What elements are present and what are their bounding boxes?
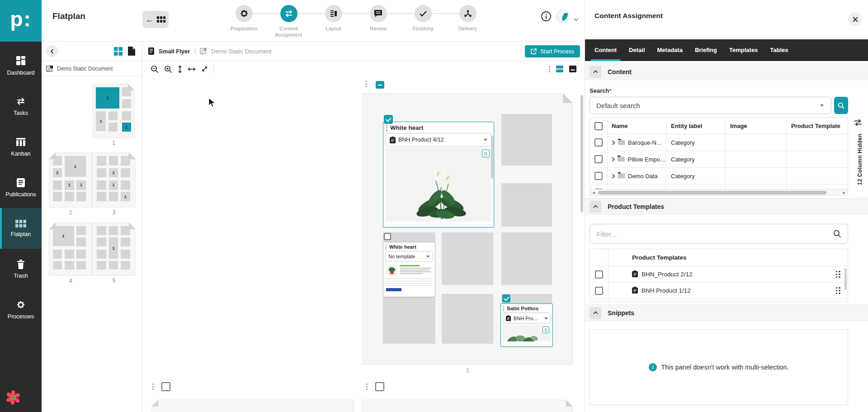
collapse-section-button[interactable] [590, 307, 601, 319]
close-panel-button[interactable] [848, 12, 862, 26]
breadcrumb-separator: | [194, 47, 196, 55]
count-badge: 0 [482, 150, 490, 157]
zoom-out-icon[interactable] [151, 65, 159, 73]
layout-icon [325, 5, 342, 22]
canvas-scrollbar[interactable] [580, 95, 583, 213]
row-checkbox[interactable] [595, 270, 603, 279]
step-layout[interactable]: Layout [311, 5, 356, 38]
template-select[interactable]: No template [385, 251, 433, 262]
document-title: Demo Static Document [57, 66, 113, 72]
sidebar-item-dashboard[interactable]: Dashboard [0, 45, 42, 86]
drag-handle[interactable] [836, 271, 841, 278]
table-row[interactable]: Demo Data Category [590, 168, 848, 185]
product-card-white-heart-2[interactable]: White heart No template [383, 242, 435, 297]
row-checkbox[interactable] [594, 172, 603, 180]
info-icon[interactable] [541, 11, 552, 24]
step-review[interactable]: Review [356, 5, 401, 38]
search-button[interactable] [834, 97, 848, 114]
card-kebab-icon[interactable] [385, 244, 386, 249]
page-thumbnail-4[interactable]: 1 [49, 223, 92, 276]
page-thumbnail-1[interactable]: 111 [93, 84, 135, 138]
product-checkbox-checked[interactable] [502, 294, 510, 303]
table-row[interactable]: BNH Product 1/12 [590, 283, 848, 299]
chevron-down-icon[interactable] [574, 15, 579, 23]
filter-input[interactable] [596, 230, 830, 238]
table-row[interactable] [590, 299, 848, 302]
sidebar-item-publications[interactable]: Publications [0, 167, 42, 208]
expand-chevron-icon[interactable] [612, 140, 615, 145]
vertical-scrollbar-thumb[interactable] [844, 268, 847, 290]
tab-briefing[interactable]: Briefing [695, 39, 717, 61]
card-kebab-icon[interactable] [386, 125, 387, 131]
sidebar-item-trash[interactable]: Trash [0, 249, 42, 289]
row-checkbox[interactable] [595, 287, 603, 295]
scroll-right-icon[interactable]: ► [842, 191, 846, 195]
page-thumbnail-2[interactable]: 1111 [49, 152, 92, 208]
spread-kebab-icon[interactable] [366, 384, 368, 390]
page-thumbnail-3[interactable]: 111 [92, 152, 136, 208]
step-delivery[interactable]: Delivery [445, 5, 490, 38]
card-scrollbar[interactable] [491, 136, 493, 179]
collapse-section-button[interactable] [590, 201, 601, 213]
row-checkbox[interactable] [594, 138, 603, 147]
app-logo[interactable]: p: [0, 0, 42, 42]
fit-page-icon[interactable] [201, 66, 208, 72]
tab-tables[interactable]: Tables [770, 39, 788, 61]
fit-height-icon[interactable] [178, 65, 182, 73]
collapse-panel-button[interactable] [46, 45, 58, 57]
sidebar-item-flatplan[interactable]: Flatplan [0, 208, 42, 249]
zoom-in-icon[interactable] [164, 65, 172, 73]
sidebar-item-kanban[interactable]: Kanban [0, 127, 42, 167]
table-row[interactable]: Pillow Empo… Category [590, 151, 848, 168]
back-to-grid-button[interactable]: ← [142, 11, 169, 28]
collapse-section-button[interactable] [590, 66, 601, 78]
tab-content[interactable]: Content [594, 39, 617, 61]
spread-collapse-button[interactable] [376, 81, 384, 89]
table-row[interactable]: BHN_Product 2/12 [590, 266, 848, 283]
spread-checkbox[interactable] [161, 382, 170, 391]
breadcrumb-primary[interactable]: Small Flyer [159, 48, 190, 55]
row-checkbox[interactable] [594, 155, 603, 163]
spread-view-icon[interactable] [556, 66, 563, 72]
product-checkbox-unchecked[interactable] [384, 233, 391, 240]
tab-templates[interactable]: Templates [729, 39, 758, 61]
row-image-cell [725, 168, 786, 184]
expand-chevron-icon[interactable] [612, 157, 615, 162]
flatplan-grid-icon [15, 220, 26, 227]
tab-detail[interactable]: Detail [629, 39, 645, 61]
spread-kebab-icon[interactable] [365, 81, 367, 87]
column-settings-icon[interactable] [854, 119, 863, 128]
tab-metadata[interactable]: Metadata [657, 39, 683, 61]
scroll-left-icon[interactable]: ◄ [592, 191, 595, 195]
scrollbar-thumb[interactable] [598, 191, 826, 194]
template-select[interactable]: BNH Pro… [503, 313, 551, 324]
product-card-white-heart[interactable]: White heart BNH Product 4/12 0 [383, 122, 494, 227]
table-row[interactable]: Baroque-N… Category [590, 134, 848, 151]
search-select[interactable]: Default search [590, 97, 831, 114]
image-view-icon[interactable] [569, 66, 576, 72]
user-avatar[interactable] [556, 9, 570, 23]
thumb-block [97, 237, 106, 246]
card-kebab-icon[interactable] [503, 306, 504, 311]
step-content-assignment[interactable]: Content Assignment [266, 5, 311, 38]
spread-kebab-icon[interactable] [152, 384, 154, 390]
document-view-icon[interactable] [127, 47, 135, 57]
product-checkbox-checked[interactable] [384, 115, 393, 124]
canvas-options-kebab-icon[interactable] [549, 66, 550, 72]
start-process-button[interactable]: Start Process [525, 45, 580, 57]
sidebar-item-processes[interactable]: Processes [0, 289, 42, 330]
expand-chevron-icon[interactable] [612, 174, 615, 179]
spread-checkbox[interactable] [375, 382, 384, 391]
template-select[interactable]: BNH Product 4/12 [386, 133, 491, 147]
product-card-satin-pothos[interactable]: Satin Pothos BNH Pro… 0 [500, 303, 553, 347]
page-thumbnail-5[interactable]: 1 [92, 223, 136, 276]
grid-view-icon[interactable] [114, 47, 123, 57]
horizontal-scrollbar[interactable]: ◄ ► [590, 189, 848, 195]
step-finishing[interactable]: Finishing [401, 5, 445, 38]
fit-width-icon[interactable] [188, 67, 196, 71]
step-preparation[interactable]: Preparation [222, 5, 266, 38]
drag-handle[interactable] [836, 287, 841, 294]
select-all-checkbox[interactable] [594, 122, 603, 130]
table-row[interactable] [590, 185, 848, 189]
sidebar-item-tasks[interactable]: Tasks [0, 86, 42, 127]
